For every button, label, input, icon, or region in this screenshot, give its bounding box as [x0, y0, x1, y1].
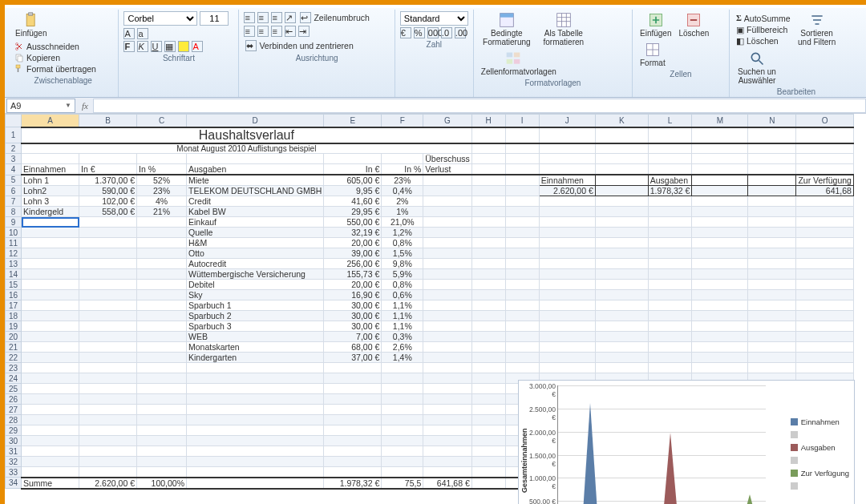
cell[interactable] [79, 342, 137, 353]
cell[interactable] [79, 280, 137, 290]
sheet-title[interactable]: Haushaltsverlauf [22, 127, 472, 143]
cell[interactable] [471, 154, 505, 164]
cell[interactable]: 0,3% [382, 332, 423, 342]
cell[interactable] [324, 415, 382, 425]
cell[interactable] [748, 290, 796, 300]
cell[interactable] [595, 248, 648, 259]
cell[interactable]: 0,8% [382, 280, 423, 290]
cell[interactable] [796, 269, 854, 280]
cell[interactable] [471, 143, 505, 154]
cell[interactable] [324, 457, 382, 467]
cell[interactable]: 9,95 € [324, 186, 382, 196]
row-header[interactable]: 29 [6, 425, 22, 436]
cell[interactable] [692, 321, 748, 332]
cell[interactable]: 1% [382, 207, 423, 217]
formula-input[interactable] [93, 99, 866, 113]
cell[interactable] [423, 436, 471, 446]
cell[interactable] [505, 207, 539, 217]
cell[interactable] [324, 467, 382, 478]
cell[interactable] [423, 321, 471, 332]
percent-button[interactable]: % [414, 27, 425, 38]
cell[interactable] [505, 321, 539, 332]
cell[interactable] [648, 143, 692, 154]
align-middle-button[interactable]: ≡ [257, 12, 269, 23]
cell[interactable]: 1.978,32 € [324, 478, 382, 489]
align-top-button[interactable]: ≡ [244, 12, 255, 23]
row-header[interactable]: 26 [6, 394, 22, 405]
cell[interactable] [648, 164, 692, 175]
cell[interactable] [382, 363, 423, 373]
cell[interactable] [796, 143, 854, 154]
cell[interactable] [137, 290, 187, 300]
row-header[interactable]: 18 [6, 311, 22, 321]
row-header[interactable]: 6 [6, 186, 22, 196]
merge-center-button[interactable]: ⬌Verbinden und zentrieren [244, 39, 354, 52]
cell[interactable] [595, 269, 648, 280]
cell[interactable]: 75,5 [382, 478, 423, 489]
cell[interactable]: 9,8% [382, 259, 423, 269]
cell[interactable] [471, 457, 505, 467]
wrap-text-button[interactable]: ↩Zeilenumbruch [298, 11, 370, 24]
cell[interactable] [471, 394, 505, 405]
cell[interactable] [382, 394, 423, 405]
cell[interactable] [324, 436, 382, 446]
cell[interactable] [692, 196, 748, 207]
cell[interactable]: 23% [382, 175, 423, 186]
name-box[interactable]: A9▼ [6, 99, 75, 113]
cell[interactable] [471, 269, 505, 280]
cell[interactable]: 100,00% [137, 478, 187, 489]
cell[interactable] [505, 164, 539, 175]
cell[interactable] [748, 217, 796, 228]
cell[interactable] [505, 248, 539, 259]
cell[interactable] [79, 353, 137, 363]
cell[interactable]: 641,68 € [423, 478, 471, 489]
cell[interactable] [748, 300, 796, 311]
cell[interactable] [187, 467, 324, 478]
cell[interactable]: 32,19 € [324, 228, 382, 238]
cell[interactable] [471, 332, 505, 342]
cell[interactable] [692, 311, 748, 321]
cell[interactable]: Summe [22, 478, 79, 489]
cell[interactable]: 21,0% [382, 217, 423, 228]
cell[interactable]: 1,1% [382, 311, 423, 321]
fill-color-button[interactable] [178, 41, 189, 52]
cell[interactable] [796, 280, 854, 290]
cell[interactable] [796, 342, 854, 353]
cell[interactable]: In € [79, 164, 137, 175]
row-header[interactable]: 34 [6, 478, 22, 489]
cell[interactable] [796, 259, 854, 269]
format-painter-button[interactable]: Format übertragen [13, 63, 98, 75]
cell[interactable] [471, 280, 505, 290]
cell[interactable] [79, 425, 137, 436]
find-select-button[interactable]: Suchen un Auswähler [734, 50, 779, 86]
row-header[interactable]: 27 [6, 405, 22, 415]
cell[interactable] [505, 280, 539, 290]
cell[interactable] [471, 228, 505, 238]
cell[interactable]: 2,6% [382, 342, 423, 353]
cell[interactable] [595, 311, 648, 321]
column-header-M[interactable]: M [692, 115, 748, 127]
row-header[interactable]: 28 [6, 415, 22, 425]
cell[interactable] [471, 259, 505, 269]
cell[interactable] [471, 175, 505, 186]
increase-font-button[interactable]: A [123, 28, 135, 39]
cell[interactable] [423, 217, 471, 228]
cell[interactable] [748, 175, 796, 186]
cell[interactable]: Quelle [187, 228, 324, 238]
copy-button[interactable]: Kopieren [13, 52, 98, 63]
indent-inc-button[interactable]: ⇥ [298, 26, 310, 37]
cell[interactable] [748, 269, 796, 280]
cell[interactable]: Ausgaben [187, 164, 324, 175]
row-header[interactable]: 16 [6, 290, 22, 300]
cell[interactable]: 1,1% [382, 300, 423, 311]
cell[interactable] [648, 207, 692, 217]
align-bottom-button[interactable]: ≡ [271, 12, 282, 23]
paste-button[interactable]: Einfügen [13, 11, 49, 38]
cell[interactable] [79, 321, 137, 332]
cell[interactable] [748, 186, 796, 196]
cell[interactable] [748, 332, 796, 342]
cell[interactable] [796, 217, 854, 228]
column-header-G[interactable]: G [423, 115, 471, 127]
cell[interactable]: 605,00 € [324, 175, 382, 186]
cell[interactable] [748, 311, 796, 321]
